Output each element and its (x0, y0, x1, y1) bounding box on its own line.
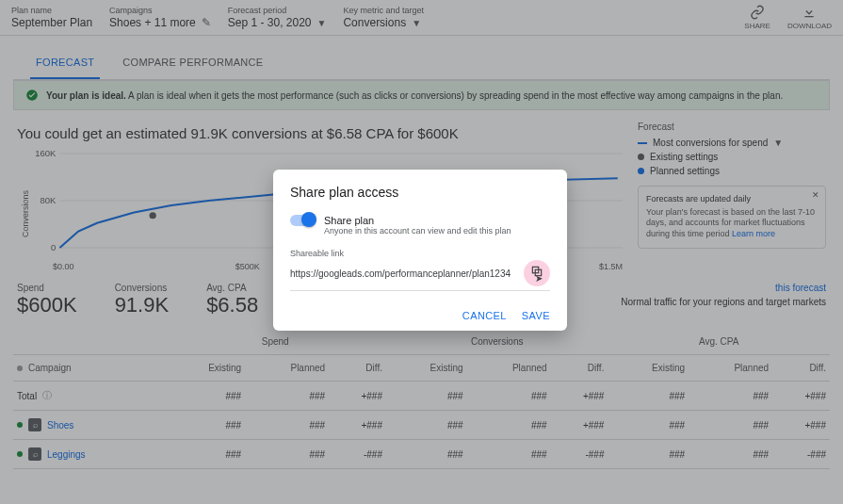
cursor-icon: ➤ (535, 273, 543, 284)
share-link-input[interactable] (290, 268, 518, 279)
toggle-title: Share plan (324, 215, 511, 226)
modal-title: Share plan access (290, 185, 550, 200)
toggle-subtitle: Anyone in this account can view and edit… (324, 226, 511, 236)
link-field-label: Shareable link (290, 249, 550, 258)
share-toggle[interactable] (290, 215, 315, 226)
copy-link-button[interactable]: ➤ (524, 260, 550, 286)
cancel-button[interactable]: CANCEL (462, 310, 507, 321)
share-modal: Share plan access Share plan Anyone in t… (273, 170, 567, 331)
save-button[interactable]: SAVE (522, 310, 550, 321)
